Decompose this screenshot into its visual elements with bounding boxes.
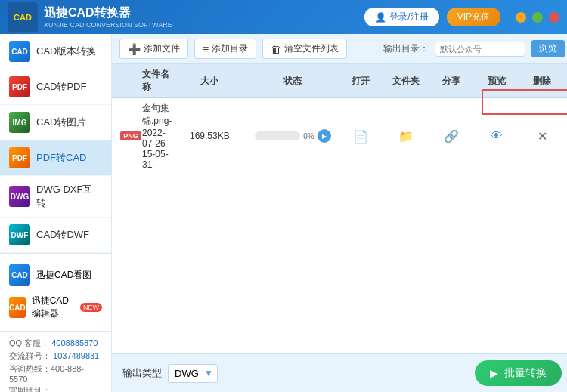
col-open: 打开: [338, 68, 383, 94]
sidebar-bottom: CAD 迅捷CAD看图 CAD 迅捷CAD编辑器 NEW: [0, 253, 111, 331]
title-bar: CAD 迅捷CAD转换器 XUNJIE CAD CONVERSION SOFTW…: [0, 0, 567, 34]
cad-editor-icon: CAD: [9, 297, 26, 318]
delete-cell: ✕: [519, 102, 565, 170]
sidebar-item-cad-pdf[interactable]: PDF CAD转PDF: [0, 69, 111, 105]
sidebar-item-dwg-dxf[interactable]: DWG DWG DXF互转: [0, 176, 111, 218]
cad-editor-label: 迅捷CAD编辑器: [32, 295, 73, 320]
sidebar-item-label: PDF转CAD: [36, 151, 86, 165]
sidebar-item-pdf-cad[interactable]: PDF PDF转CAD: [0, 140, 111, 176]
sidebar-item-cad-dwf[interactable]: DWF CAD转DWF: [0, 218, 111, 253]
cad-viewer-icon: CAD: [9, 264, 30, 286]
file-name-cell: 金句集锦.png-2022-07-26-15-05-31-: [142, 102, 172, 170]
col-filename: 文件名称: [142, 68, 172, 94]
add-file-button[interactable]: ➕ 添加文件: [119, 39, 188, 59]
qq-label: QQ 客服：: [9, 338, 49, 347]
delete-icon[interactable]: ✕: [533, 127, 551, 145]
app-name: 迅捷CAD转换器: [44, 5, 364, 21]
folder-cell: 📁: [383, 102, 429, 170]
title-controls: 👤 登录/注册 VIP充值: [364, 8, 559, 26]
sidebar-item-label: CAD转图片: [36, 116, 86, 129]
sidebar-cad-viewer[interactable]: CAD 迅捷CAD看图: [0, 260, 111, 290]
col-share: 分享: [429, 68, 474, 94]
output-type-label: 输出类型: [122, 366, 162, 380]
user-icon: 👤: [375, 12, 386, 23]
col-status: 状态: [247, 68, 338, 94]
output-type-select[interactable]: DWG DXF: [168, 364, 218, 383]
clear-icon: 🗑: [271, 43, 281, 55]
cad-dwf-icon: DWF: [9, 224, 30, 245]
file-type-cell: PNG: [119, 102, 142, 170]
maximize-button[interactable]: [532, 12, 543, 23]
file-size-cell: 169.53KB: [172, 102, 247, 170]
preview-icon[interactable]: 👁: [488, 127, 506, 145]
preview-cell: 👁: [474, 102, 519, 170]
progress-bar-bg: [255, 131, 300, 140]
sidebar-item-label: CAD转PDF: [36, 80, 86, 94]
clear-list-button[interactable]: 🗑 清空文件列表: [262, 39, 347, 59]
play-button[interactable]: ▶: [318, 129, 331, 143]
cad-image-icon: IMG: [9, 112, 30, 133]
table-header: 文件名称 大小 状态 打开 文件夹 分享 预览 删除: [112, 64, 567, 98]
hotline-label: 咨询热线：400-888-5570: [9, 364, 84, 384]
output-type-wrapper: DWG DXF ▼: [168, 364, 218, 383]
batch-convert-play-icon: ▶: [490, 367, 498, 379]
sidebar: CAD CAD版本转换 PDF CAD转PDF IMG CAD转图片 PDF P…: [0, 34, 112, 392]
sidebar-item-label: CAD转DWF: [36, 228, 89, 242]
app-subtitle: XUNJIE CAD CONVERSION SOFTWARE: [44, 21, 364, 29]
cad-viewer-label: 迅捷CAD看图: [36, 269, 91, 282]
login-button[interactable]: 👤 登录/注册: [364, 8, 438, 26]
col-folder: 文件夹: [383, 68, 429, 94]
app-logo: CAD: [8, 2, 38, 32]
cad-version-icon: CAD: [9, 41, 30, 62]
col-preview: 预览: [474, 68, 519, 94]
toolbar: ➕ 添加文件 ≡ 添加目录 🗑 清空文件列表 输出目录： 浏览: [112, 34, 567, 64]
add-file-icon: ➕: [128, 43, 141, 55]
sidebar-item-label: DWG DXF互转: [36, 183, 102, 210]
qq-number[interactable]: 4008885870: [51, 338, 98, 347]
pdf-cad-icon: PDF: [9, 147, 30, 168]
sidebar-item-cad-version[interactable]: CAD CAD版本转换: [0, 34, 111, 69]
table-wrapper: 文件名称 大小 状态 打开 文件夹 分享 预览 删除 PNG 金句集锦.png-…: [112, 64, 567, 174]
bottom-bar: 输出类型 DWG DXF ▼ ▶ 批量转换: [112, 353, 567, 392]
dwg-dxf-icon: DWG: [9, 186, 30, 207]
open-file-icon[interactable]: 📄: [352, 127, 370, 145]
col-size: 大小: [172, 68, 247, 94]
close-button[interactable]: [549, 12, 559, 23]
add-dir-icon: ≡: [203, 43, 209, 55]
cad-pdf-icon: PDF: [9, 76, 30, 97]
group-number[interactable]: 1037489831: [53, 351, 99, 360]
progress-cell: 0% ▶: [247, 102, 338, 170]
share-icon[interactable]: 🔗: [442, 127, 460, 145]
minimize-button[interactable]: [516, 12, 526, 23]
website-label: 官网地址：: [9, 386, 51, 392]
browse-button[interactable]: 浏览: [531, 40, 565, 57]
group-label: 交流群号：: [9, 351, 51, 360]
vip-button[interactable]: VIP充值: [447, 8, 500, 26]
open-folder-icon[interactable]: 📁: [397, 127, 415, 145]
sidebar-item-cad-image[interactable]: IMG CAD转图片: [0, 105, 111, 140]
col-delete: 删除: [519, 68, 565, 94]
new-badge: NEW: [80, 303, 102, 312]
progress-text: 0%: [303, 132, 314, 140]
file-type-badge: PNG: [120, 131, 141, 140]
sidebar-item-label: CAD版本转换: [36, 45, 96, 58]
contact-info: QQ 客服： 4008885870 交流群号： 1037489831 咨询热线：…: [0, 331, 111, 392]
window-controls: [516, 12, 559, 23]
file-list-area: 文件名称 大小 状态 打开 文件夹 分享 预览 删除 PNG 金句集锦.png-…: [112, 64, 567, 353]
open-cell: 📄: [338, 102, 383, 170]
add-dir-button[interactable]: ≡ 添加目录: [194, 39, 256, 59]
output-dir-label: 输出目录：: [383, 42, 429, 55]
main-layout: CAD CAD版本转换 PDF CAD转PDF IMG CAD转图片 PDF P…: [0, 34, 567, 392]
output-dir-input[interactable]: [435, 42, 525, 57]
share-cell: 🔗: [429, 102, 474, 170]
col-checkbox: [119, 68, 142, 94]
table-row: PNG 金句集锦.png-2022-07-26-15-05-31- 169.53…: [112, 98, 567, 174]
content-area: ➕ 添加文件 ≡ 添加目录 🗑 清空文件列表 输出目录： 浏览 文件名称: [112, 34, 567, 392]
sidebar-cad-editor[interactable]: CAD 迅捷CAD编辑器 NEW: [0, 290, 111, 325]
batch-convert-button[interactable]: ▶ 批量转换: [475, 360, 562, 386]
